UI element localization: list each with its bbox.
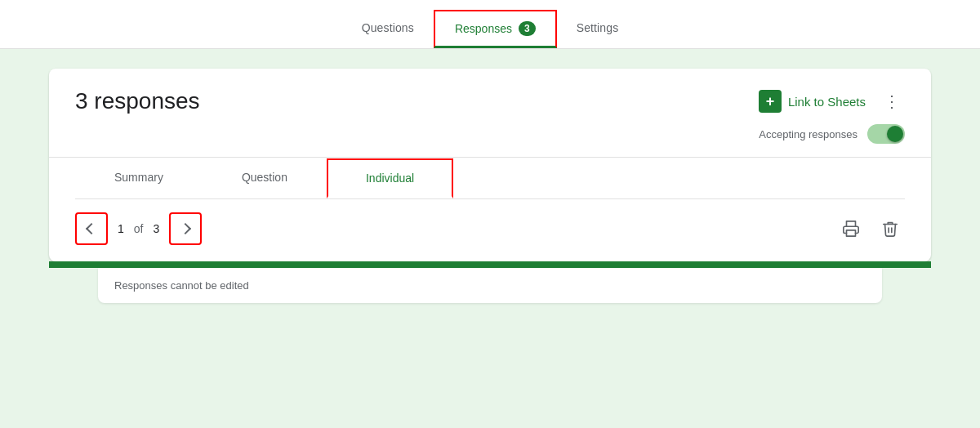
responses-card: 3 responses + Link to Sheets ⋮ Accepting…	[49, 69, 931, 261]
card-header-actions: + Link to Sheets ⋮	[759, 88, 905, 114]
total-pages: 3	[153, 222, 159, 235]
print-button[interactable]	[836, 214, 866, 243]
main-content: 3 responses + Link to Sheets ⋮ Accepting…	[0, 49, 980, 323]
green-bar	[49, 261, 931, 268]
sub-tab-question[interactable]: Question	[203, 158, 327, 199]
chevron-right-icon	[180, 223, 191, 234]
tab-settings[interactable]: Settings	[557, 11, 639, 47]
chevron-left-icon	[86, 223, 97, 234]
responses-badge: 3	[519, 21, 536, 36]
tab-questions[interactable]: Questions	[342, 11, 434, 47]
tab-responses-label: Responses	[455, 22, 512, 35]
sub-tabs: Summary Question Individual	[49, 157, 931, 198]
trash-icon	[881, 220, 899, 238]
more-options-button[interactable]: ⋮	[879, 88, 905, 114]
link-to-sheets-button[interactable]: + Link to Sheets	[759, 90, 866, 113]
cannot-edit-label: Responses cannot be edited	[114, 279, 249, 292]
sub-tab-individual[interactable]: Individual	[327, 158, 453, 198]
sub-tab-summary[interactable]: Summary	[75, 158, 203, 199]
pagination-actions	[836, 214, 905, 243]
accepting-responses-label: Accepting responses	[759, 128, 858, 140]
printer-icon	[842, 220, 860, 238]
response-count-label: 3 responses	[75, 88, 200, 114]
current-page: 1	[118, 222, 124, 235]
pagination-controls: 1 of 3	[75, 212, 202, 245]
top-navigation: Questions Responses 3 Settings	[0, 0, 980, 49]
accepting-responses-toggle[interactable]	[867, 124, 905, 144]
accepting-responses-row: Accepting responses	[75, 124, 905, 144]
sheets-icon: +	[759, 90, 782, 113]
cannot-edit-notice: Responses cannot be edited	[98, 268, 882, 303]
of-label: of	[134, 222, 144, 235]
link-to-sheets-label: Link to Sheets	[788, 95, 866, 109]
pagination-row: 1 of 3	[75, 198, 905, 261]
next-page-button[interactable]	[169, 212, 202, 245]
svg-rect-0	[847, 230, 856, 236]
tab-responses[interactable]: Responses 3	[434, 10, 557, 48]
prev-page-button[interactable]	[75, 212, 108, 245]
toggle-knob	[887, 126, 903, 142]
delete-button[interactable]	[875, 214, 905, 243]
card-header: 3 responses + Link to Sheets ⋮	[75, 88, 905, 114]
